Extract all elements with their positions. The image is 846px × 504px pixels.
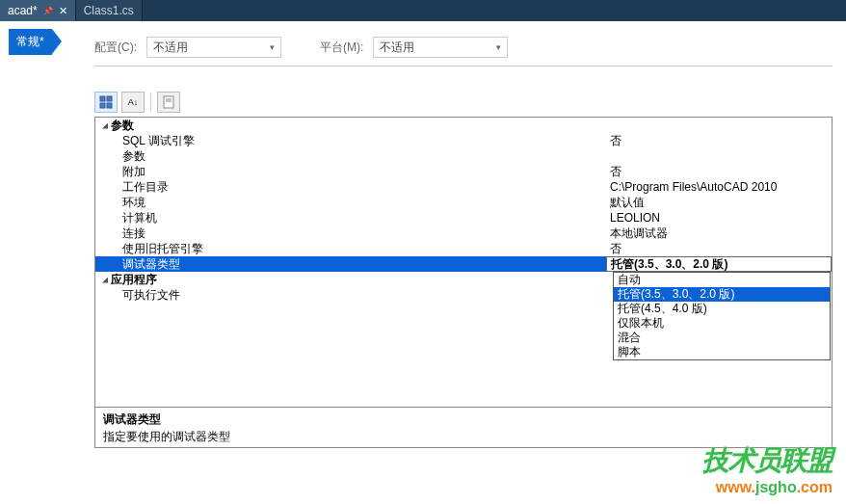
category-label: 应用程序 xyxy=(111,272,157,287)
platform-dropdown[interactable]: 不适用 ▾ xyxy=(373,37,508,58)
categorize-button[interactable] xyxy=(94,92,118,113)
config-dropdown[interactable]: 不适用 ▾ xyxy=(146,37,281,58)
page-icon xyxy=(162,95,175,109)
dropdown-option[interactable]: 脚本 xyxy=(614,345,830,359)
watermark-line2: www.jsgho.com xyxy=(702,479,833,496)
dropdown-option[interactable]: 混合 xyxy=(614,331,830,345)
categorize-icon xyxy=(99,95,113,109)
property-value[interactable]: 默认值 xyxy=(606,195,832,210)
close-icon[interactable]: ✕ xyxy=(59,5,67,17)
svg-rect-1 xyxy=(107,96,112,101)
property-row[interactable]: 使用旧托管引擎否 xyxy=(95,241,832,256)
property-label: SQL 调试引擎 xyxy=(95,133,606,148)
sort-az-button[interactable]: A↓ xyxy=(121,92,145,113)
category-row[interactable]: ◢ 参数 xyxy=(95,118,832,133)
property-row[interactable]: 工作目录C:\Program Files\AutoCAD 2010 xyxy=(95,179,832,195)
debugger-type-dropdown[interactable]: 自动托管(3.5、3.0、2.0 版)托管(4.5、4.0 版)仅限本机混合脚本 xyxy=(613,272,831,360)
tab-class1[interactable]: Class1.cs xyxy=(76,0,143,21)
property-page-button[interactable] xyxy=(157,92,180,113)
sidebar-tab-general[interactable]: 常规* xyxy=(9,29,52,55)
property-value[interactable]: 托管(3.5、3.0、2.0 版) xyxy=(606,256,832,272)
dropdown-option[interactable]: 托管(3.5、3.0、2.0 版) xyxy=(614,287,830,302)
property-value[interactable]: LEOLION xyxy=(606,210,832,225)
tab-label: acad* xyxy=(8,4,38,17)
description-panel: 调试器类型 指定要使用的调试器类型 xyxy=(95,407,832,447)
property-label: 可执行文件 xyxy=(95,287,606,303)
platform-label: 平台(M): xyxy=(320,40,363,56)
chevron-down-icon: ▾ xyxy=(496,42,501,52)
dropdown-option[interactable]: 仅限本机 xyxy=(614,316,830,331)
property-value[interactable]: C:\Program Files\AutoCAD 2010 xyxy=(606,179,832,195)
property-grid: ◢ 参数SQL 调试引擎否参数附加否工作目录C:\Program Files\A… xyxy=(94,117,833,448)
property-label: 计算机 xyxy=(95,210,606,225)
property-label: 环境 xyxy=(95,195,606,210)
property-row[interactable]: 计算机LEOLION xyxy=(95,210,832,225)
property-value[interactable]: 否 xyxy=(606,164,832,179)
property-value[interactable]: 本地调试器 xyxy=(606,225,832,241)
property-row[interactable]: SQL 调试引擎否 xyxy=(95,133,832,148)
property-toolbar: A↓ xyxy=(94,90,833,115)
property-row[interactable]: 参数 xyxy=(95,148,832,164)
collapse-icon[interactable]: ◢ xyxy=(99,118,111,133)
sidebar-tab-label: 常规* xyxy=(16,34,44,50)
property-label: 连接 xyxy=(95,225,606,241)
property-row[interactable]: 附加否 xyxy=(95,164,832,179)
category-label: 参数 xyxy=(111,118,134,133)
description-title: 调试器类型 xyxy=(103,411,824,428)
property-label: 使用旧托管引擎 xyxy=(95,241,606,256)
dropdown-option[interactable]: 自动 xyxy=(614,273,830,287)
collapse-icon[interactable]: ◢ xyxy=(99,272,111,287)
svg-rect-2 xyxy=(100,103,105,108)
svg-rect-4 xyxy=(164,96,173,108)
title-bar: acad* 📌 ✕ Class1.cs xyxy=(0,0,846,21)
config-row: 配置(C): 不适用 ▾ 平台(M): 不适用 ▾ xyxy=(94,29,833,66)
property-label: 参数 xyxy=(95,148,606,164)
platform-value: 不适用 xyxy=(380,40,414,56)
chevron-down-icon: ▾ xyxy=(270,42,275,52)
tab-label: Class1.cs xyxy=(84,4,134,17)
watermark: 技术员联盟 www.jsgho.com xyxy=(702,442,833,496)
sort-icon: A↓ xyxy=(128,97,139,107)
property-label: 调试器类型 xyxy=(95,256,606,272)
svg-rect-3 xyxy=(107,103,112,108)
tab-acad[interactable]: acad* 📌 ✕ xyxy=(0,0,76,21)
dropdown-option[interactable]: 托管(4.5、4.0 版) xyxy=(614,302,830,316)
property-value[interactable]: 否 xyxy=(606,241,832,256)
separator xyxy=(150,93,151,111)
property-row[interactable]: 环境默认值 xyxy=(95,195,832,210)
property-label: 附加 xyxy=(95,164,606,179)
property-value[interactable]: 否 xyxy=(606,133,832,148)
property-row[interactable]: 连接本地调试器 xyxy=(95,225,832,241)
svg-rect-0 xyxy=(100,96,105,101)
watermark-line1: 技术员联盟 xyxy=(702,442,833,479)
config-label: 配置(C): xyxy=(94,40,137,56)
config-value: 不适用 xyxy=(153,40,188,56)
property-value[interactable] xyxy=(606,148,832,164)
property-label: 工作目录 xyxy=(95,179,606,195)
property-row[interactable]: 调试器类型托管(3.5、3.0、2.0 版) xyxy=(95,256,832,272)
pin-icon[interactable]: 📌 xyxy=(43,7,53,15)
